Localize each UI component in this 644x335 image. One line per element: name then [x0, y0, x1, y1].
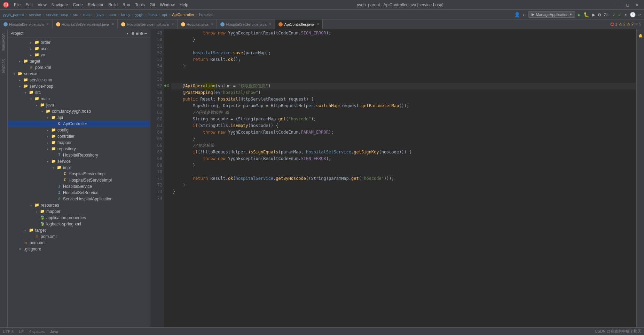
breadcrumb-src[interactable]: src [73, 13, 78, 17]
menu-bar[interactable]: File Edit View Navigate Code Refactor Bu… [12, 2, 190, 8]
tree-item-vo[interactable]: ▸ 📁 vo [8, 52, 150, 58]
breadcrumb-fancy[interactable]: fancy [121, 13, 130, 17]
tab-close-hospital-set-service[interactable]: × [269, 22, 272, 26]
menu-tools[interactable]: Tools [133, 2, 147, 8]
tree-item-service-hospital-app[interactable]: A ServiceHospitalApplication [8, 196, 150, 202]
sidebar-tool-close[interactable]: − [144, 31, 147, 36]
tab-api-controller[interactable]: ApiController.java × [275, 19, 323, 29]
bookmarks-icon[interactable]: Bookmarks [0, 31, 7, 54]
menu-navigate[interactable]: Navigate [49, 2, 70, 8]
tab-hospital[interactable]: Hospital.java × [178, 19, 217, 29]
menu-edit[interactable]: Edit [23, 2, 35, 8]
tree-item-hospital-repository[interactable]: I HospitalRepository [8, 152, 150, 158]
tree-item-service[interactable]: ▾ 📂 service [8, 71, 150, 77]
git-undo-icon[interactable]: ↩ [638, 12, 641, 17]
tree-item-api[interactable]: ▾ 📁 api [8, 114, 150, 121]
sidebar-dropdown-icon[interactable]: ▾ [126, 32, 128, 35]
tab-hospital-set-service-impl[interactable]: HospitalSetServiceImpl.java × [53, 19, 118, 29]
tree-item-gitignore[interactable]: ⚙ .gitignore [8, 246, 150, 252]
tree-item-src[interactable]: ▾ 📁 src [8, 89, 150, 96]
git-clock-icon[interactable]: 🕐 [630, 12, 636, 17]
breadcrumb-hosp[interactable]: hosp [148, 13, 157, 17]
breadcrumb-main[interactable]: main [83, 13, 92, 17]
structure-icon[interactable]: Structure [0, 56, 7, 76]
tree-item-mapper[interactable]: ▸ 📁 mapper [8, 139, 150, 146]
coverage-icon[interactable]: ▶ [592, 12, 595, 17]
tree-item-config[interactable]: ▸ 📁 config [8, 127, 150, 133]
breadcrumb-api[interactable]: api [162, 13, 167, 17]
tab-close-hospital-service-impl[interactable]: × [172, 22, 174, 26]
tree-label-config: config [57, 128, 69, 133]
breadcrumb-service-hosp[interactable]: service-hosp [46, 13, 68, 17]
tree-item-hospital-set-service-impl[interactable]: C HospitalSetServiceImpl [8, 177, 150, 183]
tab-close-hospital-service[interactable]: × [47, 22, 49, 26]
tree-item-main[interactable]: ▾ 📁 main [8, 96, 150, 102]
sidebar-tool-collapse[interactable]: ≡ [136, 31, 139, 36]
tree-item-hospital-service-iface[interactable]: I HospitalService [8, 183, 150, 190]
tab-hospital-service-impl[interactable]: HospitalServiceImpl.java × [118, 19, 177, 29]
tree-item-logback-spring[interactable]: 🍃 logback-spring.xml [8, 221, 150, 227]
tree-item-pom-service[interactable]: m pom.xml [8, 240, 150, 246]
tree-item-controller[interactable]: ▸ 📁 controller [8, 133, 150, 139]
more-run-icon[interactable]: ⚙ [598, 12, 601, 17]
tree-item-order[interactable]: ▸ 📁 order [8, 39, 150, 46]
git-push-icon[interactable]: ↗ [624, 12, 627, 17]
tree-item-target-hosp[interactable]: ▸ 📁 target [8, 227, 150, 233]
git-check2-icon[interactable]: ✓ [618, 12, 621, 17]
breadcrumb-symbol[interactable]: hospital [199, 13, 212, 17]
sidebar-tool-settings[interactable]: ⚙ [140, 31, 143, 36]
breadcrumb-file[interactable]: ApiController [172, 13, 194, 17]
menu-git[interactable]: Git [148, 2, 157, 8]
tab-close-hospital[interactable]: × [211, 22, 213, 26]
run-icon[interactable]: ▶ [578, 12, 581, 17]
menu-code[interactable]: Code [71, 2, 85, 8]
menu-help[interactable]: Help [178, 2, 190, 8]
tree-item-hospital-set-service-iface[interactable]: I HospitalSetService [8, 190, 150, 196]
tab-close-hospital-set-service-impl[interactable]: × [112, 22, 114, 26]
breadcrumb-java[interactable]: java [96, 13, 103, 17]
breadcrumb-yygh-parent[interactable]: yygh_parent [3, 13, 24, 17]
tree-item-hospital-service-impl[interactable]: C HospitalServiceImpl [8, 171, 150, 177]
tree-item-service-hosp[interactable]: ▾ 📂 service-hosp [8, 83, 150, 89]
menu-window[interactable]: Window [158, 2, 177, 8]
menu-view[interactable]: View [36, 2, 49, 8]
back-icon[interactable]: ← [523, 12, 526, 17]
tree-item-target[interactable]: ▸ 📁 target [8, 58, 150, 64]
notifications-icon[interactable]: 🔔 [637, 31, 644, 40]
tree-item-application-properties[interactable]: 🍃 application.properties [8, 215, 150, 221]
tree-item-resources[interactable]: ▾ 📁 resources [8, 202, 150, 208]
breadcrumb-service[interactable]: service [29, 13, 41, 17]
menu-run[interactable]: Run [120, 2, 132, 8]
debug-icon[interactable]: 🐛 [583, 12, 589, 17]
tree-item-impl[interactable]: ▾ 📁 impl [8, 165, 150, 171]
menu-file[interactable]: File [12, 2, 23, 8]
code-editor[interactable]: 49 50 51 52 53 54 55 56 57 58 59 60 61 6… [150, 29, 636, 327]
tree-item-java[interactable]: ▾ 📁 java [8, 102, 150, 108]
tab-hospital-set-service[interactable]: HospitalSetService.java × [217, 19, 275, 29]
tree-item-service-dir[interactable]: ▾ 📁 service [8, 158, 150, 165]
breadcrumb-yygh[interactable]: yygh [135, 13, 143, 17]
code-lines[interactable]: throw new YyghException(ResultCodeEnum.S… [171, 29, 636, 327]
menu-build[interactable]: Build [106, 2, 120, 8]
breadcrumb-com[interactable]: com [109, 13, 116, 17]
close-button[interactable]: ✕ [633, 2, 641, 8]
tab-close-api-controller[interactable]: × [317, 22, 319, 26]
breadcrumb-sep-3: › [69, 12, 72, 17]
window-controls[interactable]: — □ ✕ [614, 2, 641, 8]
sidebar-tool-locate[interactable]: ⊕ [131, 31, 134, 36]
git-check-icon[interactable]: ✓ [612, 12, 615, 17]
profile-icon[interactable]: 👤 [514, 12, 520, 17]
tree-item-repository[interactable]: ▾ 📁 repository [8, 146, 150, 152]
minimize-button[interactable]: — [614, 2, 622, 8]
tree-item-user[interactable]: ▸ 📁 user [8, 46, 150, 52]
tree-item-service-cmn[interactable]: ▸ 📁 service-cmn [8, 77, 150, 83]
tree-item-mapper-res[interactable]: ▸ 📁 mapper [8, 208, 150, 215]
tree-item-com-fancy[interactable]: ▾ 📁 com.fancy.yygh.hosp [8, 108, 150, 114]
menu-refactor[interactable]: Refactor [86, 2, 105, 8]
tree-item-pom-root[interactable]: m pom.xml [8, 64, 150, 71]
maximize-button[interactable]: □ [624, 2, 632, 8]
manage-application-button[interactable]: ▶ ManageApplication ▾ [528, 11, 575, 18]
tree-item-pom-hosp[interactable]: m pom.xml [8, 233, 150, 240]
tab-hospital-service[interactable]: HospitalService.java × [0, 19, 53, 29]
tree-item-api-controller[interactable]: C ApiController [8, 121, 150, 127]
